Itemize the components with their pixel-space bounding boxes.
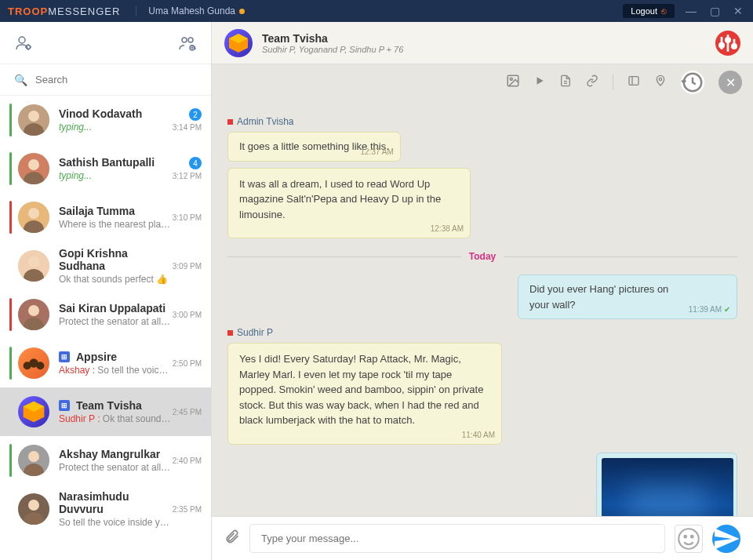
composer xyxy=(212,516,753,560)
date-separator: Today xyxy=(227,251,737,262)
square-icon xyxy=(227,330,233,336)
search-bar: 🔍 xyxy=(0,64,211,96)
image-filter-icon[interactable] xyxy=(506,74,520,91)
sidebar-header xyxy=(0,22,211,64)
svg-point-22 xyxy=(36,362,44,369)
chat-list-item[interactable]: Sathish Bantupallityping...43:12 PM xyxy=(0,144,211,193)
chat-settings-button[interactable] xyxy=(715,31,740,56)
sender-label: Sudhir P xyxy=(227,327,737,338)
send-button[interactable] xyxy=(712,525,740,553)
close-panel-button[interactable]: ✕ xyxy=(718,71,742,94)
message-input[interactable] xyxy=(249,524,665,553)
logout-button[interactable]: Logout⎋ xyxy=(623,4,675,18)
titlebar: TROOPMESSENGER Uma Mahesh Gunda Logout⎋ … xyxy=(0,0,753,22)
main-panel: Team Tvisha Sudhir P, Yoganand P, Sindhu… xyxy=(212,22,753,560)
svg-point-26 xyxy=(28,451,39,462)
tick-icon: ✔ xyxy=(724,305,730,314)
message-time: 12:38 AM xyxy=(431,223,464,235)
app-logo: TROOPMESSENGER xyxy=(8,5,120,17)
emoji-button[interactable] xyxy=(675,525,703,553)
chat-list-item[interactable]: Narasimhudu DuvvuruSo tell the voice ins… xyxy=(0,485,211,533)
logout-icon: ⎋ xyxy=(661,6,667,16)
attach-button[interactable] xyxy=(224,529,240,548)
chat-header: Team Tvisha Sudhir P, Yoganand P, Sindhu… xyxy=(212,22,753,64)
file-filter-icon[interactable] xyxy=(559,75,572,90)
link-filter-icon[interactable] xyxy=(586,75,598,90)
image-message-bubble[interactable]: 11:45 AM✔ xyxy=(596,453,737,517)
square-icon xyxy=(227,119,233,125)
svg-point-9 xyxy=(28,159,39,170)
message-bubble[interactable]: It was all a dream, I used to read Word … xyxy=(227,168,471,239)
chat-list-item[interactable]: Vinod Kodavathtyping...23:14 PM xyxy=(0,96,211,144)
svg-point-33 xyxy=(719,43,723,47)
chat-list-item[interactable]: Akshay MangrulkarProtect the senator at … xyxy=(0,436,211,485)
current-user: Uma Mahesh Gunda xyxy=(136,5,245,16)
svg-marker-38 xyxy=(537,77,544,84)
minimize-button[interactable]: — xyxy=(684,5,698,17)
close-button[interactable]: ✕ xyxy=(731,5,745,17)
svg-point-0 xyxy=(19,37,25,43)
chat-list-item[interactable]: ⊞AppsireAkshay : So tell the voice of...… xyxy=(0,339,211,387)
image-attachment[interactable] xyxy=(602,458,733,517)
sidebar: 🔍 Vinod Kodavathtyping...23:14 PMSathish… xyxy=(0,22,212,560)
svg-point-6 xyxy=(28,111,39,122)
toolbar-separator xyxy=(613,75,613,90)
message-bubble[interactable]: Yes I did! Every Saturday! Rap Attack, M… xyxy=(227,343,502,445)
video-filter-icon[interactable] xyxy=(534,75,545,89)
svg-point-41 xyxy=(678,529,699,549)
svg-point-34 xyxy=(726,38,729,42)
search-input[interactable] xyxy=(35,74,197,85)
sidebar-toggle-icon[interactable] xyxy=(628,75,640,90)
svg-point-15 xyxy=(28,256,39,267)
add-group-icon[interactable] xyxy=(178,34,197,53)
svg-point-42 xyxy=(684,535,686,537)
message-bubble-outgoing[interactable]: Did you ever Hang' pictures on your wall… xyxy=(518,275,737,319)
svg-point-29 xyxy=(28,500,39,511)
svg-point-3 xyxy=(188,38,193,42)
chat-list-item[interactable]: Sailaja TummaWhere is the nearest place … xyxy=(0,193,211,242)
svg-rect-39 xyxy=(629,77,638,85)
location-icon[interactable] xyxy=(654,75,667,90)
svg-point-2 xyxy=(182,38,187,42)
svg-point-12 xyxy=(28,208,39,219)
svg-point-1 xyxy=(27,45,31,49)
chat-title: Team Tvisha xyxy=(262,32,715,45)
history-button[interactable] xyxy=(681,71,704,94)
sender-label: Admin Tvisha xyxy=(227,116,737,127)
message-time: 11:40 AM xyxy=(462,429,495,441)
group-avatar xyxy=(224,29,253,57)
search-icon: 🔍 xyxy=(14,74,27,86)
image-message-row: ↩ ⬇ ↪ 11:45 AM✔ xyxy=(227,453,737,517)
chat-subtitle: Sudhir P, Yoganand P, Sindhu P + 76 xyxy=(262,45,715,54)
chat-list-item[interactable]: Gopi Krishna SudhanaOk that sounds perfe… xyxy=(0,242,211,290)
status-dot-icon xyxy=(239,9,245,14)
maximize-button[interactable]: ▢ xyxy=(708,5,722,17)
svg-point-40 xyxy=(659,78,661,80)
chat-toolbar: ✕ xyxy=(212,64,753,100)
chat-list-item[interactable]: ⊞Team TvishaSudhir P : Ok that sounds p.… xyxy=(0,387,211,436)
user-settings-icon[interactable] xyxy=(14,34,33,53)
svg-point-37 xyxy=(510,78,512,80)
messages-area: Admin Tvisha It goes a little something … xyxy=(212,100,753,516)
message-time: 12:37 AM xyxy=(361,146,394,158)
svg-point-18 xyxy=(28,305,39,316)
chat-list-item[interactable]: Sai Kiran UppalapatiProtect the senator … xyxy=(0,290,211,339)
svg-point-35 xyxy=(732,44,736,48)
message-bubble[interactable]: It goes a little something like this.12:… xyxy=(227,132,401,162)
message-time: 11:39 AM✔ xyxy=(689,304,730,315)
chat-list: Vinod Kodavathtyping...23:14 PMSathish B… xyxy=(0,96,211,560)
svg-point-43 xyxy=(691,535,693,537)
